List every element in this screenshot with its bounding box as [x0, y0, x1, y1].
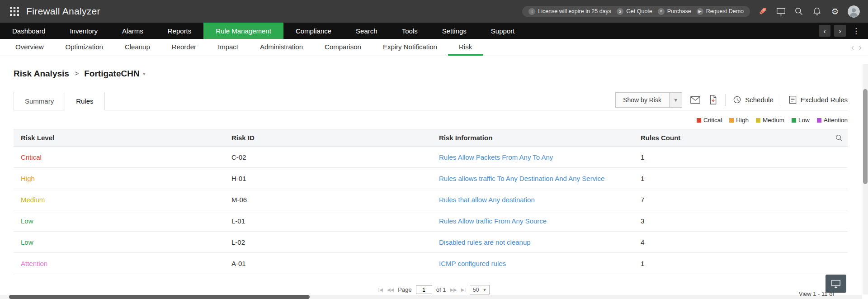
subnav-administration[interactable]: Administration	[249, 39, 314, 56]
risk-info-link[interactable]: Rules Allow Packets From Any To Any	[439, 153, 553, 161]
last-page-icon[interactable]: ▶|	[461, 287, 466, 292]
quick-console-button[interactable]	[826, 275, 846, 293]
risk-level-cell: Low	[14, 210, 224, 232]
nav-support[interactable]: Support	[479, 23, 527, 39]
horizontal-scrollbar[interactable]	[0, 295, 862, 299]
horizontal-scrollbar-thumb[interactable]	[9, 295, 310, 299]
risk-level-cell: Critical	[14, 147, 224, 168]
quote-icon: $	[617, 8, 623, 15]
schedule-button[interactable]: Schedule	[733, 95, 774, 104]
rules-count-cell: 1	[633, 147, 848, 168]
nav-dashboard[interactable]: Dashboard	[0, 23, 57, 39]
nav-overflow-menu-icon[interactable]: ⋮	[849, 26, 863, 36]
tab-rules[interactable]: Rules	[65, 92, 104, 110]
nav-inventory[interactable]: Inventory	[57, 23, 110, 39]
risk-id-cell: C-02	[224, 147, 432, 168]
notifications-bell-icon[interactable]	[811, 6, 822, 17]
main-nav: Dashboard Inventory Alarms Reports Rule …	[0, 23, 868, 39]
monitor-icon[interactable]	[775, 6, 786, 17]
license-expiry-badge[interactable]: ! License will expire in 25 days	[528, 8, 611, 15]
risk-info-link[interactable]: Rules that allow Any destination	[439, 196, 535, 204]
page-number-input[interactable]	[416, 285, 432, 294]
vertical-scrollbar-thumb[interactable]	[863, 89, 868, 184]
subnav-scroll-right-icon[interactable]: ›	[859, 42, 862, 52]
subnav-reorder[interactable]: Reorder	[161, 39, 207, 56]
page-of-label: of 1	[436, 286, 446, 293]
pdf-export-icon[interactable]	[708, 95, 718, 105]
subnav-scroll-left-icon[interactable]: ‹	[851, 42, 854, 52]
col-rules-count: Rules Count	[633, 129, 848, 147]
get-quote-label: Get Quote	[626, 8, 652, 14]
toolbar-divider	[725, 94, 726, 106]
search-icon[interactable]	[793, 6, 804, 17]
tabs: Summary Rules	[14, 92, 105, 110]
legend-label: Low	[798, 117, 810, 123]
breadcrumb-separator: >	[75, 70, 79, 78]
nav-scroll-left-icon[interactable]: ‹	[819, 25, 830, 37]
user-avatar[interactable]	[848, 5, 860, 18]
col-rules-count-label: Rules Count	[641, 134, 680, 142]
request-demo-badge[interactable]: ▶ Request Demo	[697, 8, 744, 15]
app-launcher-icon[interactable]	[10, 7, 19, 16]
device-selector[interactable]: FortigateCHN ▾	[84, 69, 145, 79]
table-row: Medium M-06 Rules that allow Any destina…	[14, 189, 848, 210]
rules-count-cell: 7	[633, 189, 848, 210]
risk-info-link[interactable]: Disabled rules are not cleanup	[439, 238, 531, 246]
excluded-rules-button[interactable]: Excluded Rules	[788, 95, 848, 104]
whats-new-rocket-icon[interactable]	[757, 6, 768, 17]
page-label: Page	[398, 286, 411, 293]
show-by-select[interactable]: Show by Risk ▼	[615, 92, 682, 108]
nav-search[interactable]: Search	[344, 23, 390, 39]
legend-swatch	[756, 118, 760, 123]
subnav-comparison[interactable]: Comparison	[314, 39, 372, 56]
email-export-icon[interactable]	[689, 95, 701, 105]
show-by-value: Show by Risk	[616, 96, 669, 104]
legend-swatch	[697, 118, 701, 123]
vertical-scrollbar[interactable]	[863, 64, 868, 294]
nav-tools[interactable]: Tools	[390, 23, 430, 39]
purchase-label: Purchase	[667, 8, 691, 14]
risk-info-link[interactable]: Rules allows traffic To Any Destination …	[439, 175, 604, 182]
subnav-overview[interactable]: Overview	[5, 39, 55, 56]
legend-item-low: Low	[792, 117, 810, 123]
nav-compliance[interactable]: Compliance	[283, 23, 344, 39]
document-list-icon	[788, 95, 797, 104]
device-name: FortigateCHN	[84, 69, 139, 79]
settings-gear-icon[interactable]: ⚙	[830, 6, 840, 17]
legend-item-high: High	[729, 117, 749, 123]
page-size-select[interactable]: 50 ▼	[470, 285, 490, 294]
risk-info-link[interactable]: ICMP configured rules	[439, 260, 506, 267]
risk-level-cell: High	[14, 168, 224, 189]
chevron-down-icon: ▾	[143, 71, 146, 77]
subnav-risk[interactable]: Risk	[448, 39, 483, 56]
nav-scroll-right-icon[interactable]: ›	[834, 25, 846, 37]
first-page-icon[interactable]: |◀	[378, 287, 383, 292]
clock-icon	[733, 95, 741, 104]
license-expiry-label: License will expire in 25 days	[538, 8, 611, 14]
nav-settings[interactable]: Settings	[430, 23, 479, 39]
purchase-badge[interactable]: ¤ Purchase	[658, 8, 691, 15]
prev-page-icon[interactable]: ◀◀	[387, 287, 394, 292]
nav-rule-management[interactable]: Rule Management	[203, 23, 283, 39]
table-search-icon[interactable]	[835, 134, 843, 143]
subnav-optimization[interactable]: Optimization	[55, 39, 114, 56]
col-risk-level: Risk Level	[14, 129, 224, 147]
license-badge-group: ! License will expire in 25 days $ Get Q…	[522, 6, 750, 17]
nav-alarms[interactable]: Alarms	[110, 23, 156, 39]
nav-reports[interactable]: Reports	[156, 23, 204, 39]
risk-info-link[interactable]: Rules Allow traffic From Any Source	[439, 217, 547, 225]
next-page-icon[interactable]: ▶▶	[450, 287, 457, 292]
table-row: Critical C-02 Rules Allow Packets From A…	[14, 147, 848, 168]
subnav-expiry-notification[interactable]: Expiry Notification	[372, 39, 448, 56]
rules-count-cell: 1	[633, 168, 848, 189]
legend-item-attention: Attention	[817, 117, 848, 123]
chevron-down-icon: ▼	[482, 288, 486, 292]
risk-level-cell: Low	[14, 232, 224, 253]
risk-legend: Critical High Medium Low Attention	[0, 117, 848, 123]
subnav-cleanup[interactable]: Cleanup	[114, 39, 161, 56]
get-quote-badge[interactable]: $ Get Quote	[617, 8, 652, 15]
risk-table: Risk Level Risk ID Risk Information Rule…	[14, 129, 848, 274]
subnav-impact[interactable]: Impact	[207, 39, 249, 56]
tab-strip: Summary Rules Show by Risk ▼ Sched	[14, 90, 848, 110]
tab-summary[interactable]: Summary	[14, 92, 65, 110]
